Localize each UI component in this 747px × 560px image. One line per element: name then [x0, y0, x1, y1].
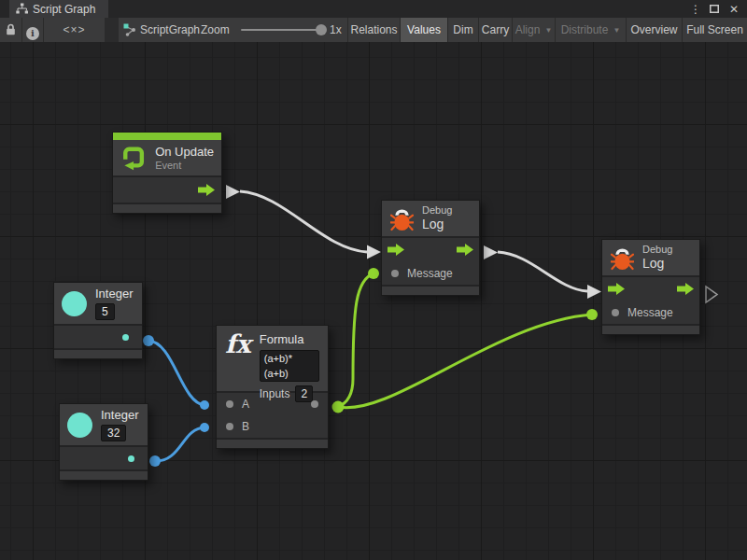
integer-output-port-dot[interactable]: [122, 334, 129, 341]
zoom-value: 1x: [330, 18, 348, 42]
node-footer: [217, 438, 328, 448]
formula-fx-icon: fx: [225, 330, 251, 358]
graph-tab-icon: [16, 3, 28, 15]
fullscreen-button[interactable]: Full Screen: [682, 18, 747, 42]
integer-type-icon: [67, 413, 92, 438]
script-graph-icon: [123, 23, 136, 36]
input-b-port-dot[interactable]: [226, 423, 233, 430]
integer-value-field[interactable]: 5: [95, 303, 115, 320]
input-a-port-dot[interactable]: [226, 400, 233, 408]
node-footer: [382, 285, 479, 295]
port-label: B: [242, 420, 249, 433]
code-view-button[interactable]: <×>: [43, 18, 105, 42]
integer-value-field[interactable]: 32: [101, 425, 126, 441]
inputs-label: Inputs: [260, 387, 290, 400]
dim-button[interactable]: Dim: [447, 18, 478, 42]
node-footer: [602, 324, 699, 334]
menu-icon[interactable]: ⋮: [687, 0, 704, 18]
distribute-button[interactable]: Distribute▼: [555, 18, 626, 42]
node-debug-log-1[interactable]: Debug Log Message: [381, 200, 480, 296]
node-title: On Update: [155, 145, 214, 160]
info-button[interactable]: i: [21, 18, 43, 42]
event-accent-bar: [113, 133, 221, 140]
chevron-down-icon: ▼: [544, 26, 552, 35]
node-title: Log: [642, 256, 672, 272]
flow-input-port-icon[interactable]: [388, 244, 404, 256]
carry-button[interactable]: Carry: [478, 18, 512, 42]
port-label: A: [242, 398, 249, 411]
node-footer: [60, 469, 148, 480]
flow-output-port-icon[interactable]: [457, 244, 473, 256]
node-formula[interactable]: fx Formula (a+b)*(a+b) Inputs 2 A B: [216, 325, 329, 449]
node-title: Integer: [101, 408, 138, 423]
toolbar-divider: [105, 18, 119, 42]
integer-output-port-dot[interactable]: [128, 455, 134, 462]
chevron-down-icon: ▼: [613, 26, 620, 35]
debug-bug-icon: [611, 245, 634, 271]
integer-type-icon: [62, 291, 87, 316]
node-title: Integer: [95, 287, 133, 301]
lock-icon: [6, 23, 16, 35]
node-subtitle: Event: [155, 160, 214, 172]
graph-name-label: ScriptGraph: [140, 18, 205, 42]
node-integer-2[interactable]: Integer 32: [59, 403, 148, 481]
node-footer: [54, 348, 142, 358]
values-button[interactable]: Values: [400, 18, 447, 42]
formula-expression-field[interactable]: (a+b)*(a+b): [260, 350, 319, 382]
node-title: Log: [422, 217, 452, 232]
window-titlebar: Script Graph ⋮ ✕: [0, 0, 747, 18]
maximize-icon[interactable]: [706, 0, 723, 18]
node-debug-log-2[interactable]: Debug Log Message: [601, 239, 700, 335]
tab-script-graph[interactable]: Script Graph: [9, 0, 108, 18]
align-button[interactable]: Align▼: [512, 18, 555, 42]
node-title: Formula: [260, 332, 319, 347]
port-label: Message: [407, 267, 453, 280]
lock-button[interactable]: [0, 18, 21, 42]
relations-button[interactable]: Relations: [347, 18, 400, 42]
message-port-dot[interactable]: [612, 309, 619, 316]
zoom-slider-handle[interactable]: [316, 24, 327, 35]
close-icon[interactable]: ✕: [726, 0, 742, 18]
info-icon: i: [26, 27, 39, 40]
align-label: Align: [515, 23, 541, 36]
node-integer-1[interactable]: Integer 5: [53, 282, 143, 359]
distribute-label: Distribute: [561, 23, 609, 36]
node-category: Debug: [422, 204, 452, 217]
formula-output-port-dot[interactable]: [311, 400, 318, 408]
code-icon: <×>: [63, 23, 85, 36]
flow-output-port-icon[interactable]: [198, 184, 215, 196]
tab-title: Script Graph: [33, 3, 95, 16]
overview-button[interactable]: Overview: [626, 18, 682, 42]
graph-toolbar: i <×> ScriptGraph Zoom 1x Relations Valu…: [0, 18, 747, 42]
port-label: Message: [627, 306, 673, 319]
zoom-slider-track[interactable]: [241, 29, 324, 31]
flow-output-port-icon[interactable]: [677, 283, 694, 295]
node-on-update[interactable]: On Update Event: [112, 132, 222, 214]
node-category: Debug: [642, 244, 672, 256]
inputs-count-field[interactable]: 2: [295, 385, 313, 402]
debug-bug-icon: [390, 206, 414, 231]
on-update-loop-icon: [120, 144, 147, 172]
zoom-label: Zoom: [201, 18, 238, 42]
flow-input-port-icon[interactable]: [608, 283, 625, 295]
message-port-dot[interactable]: [391, 270, 399, 277]
node-footer: [113, 203, 221, 213]
